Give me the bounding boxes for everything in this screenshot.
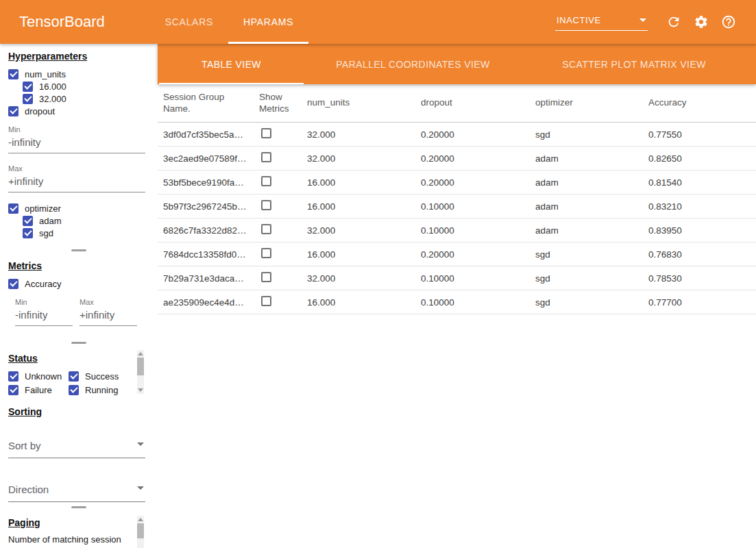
num-units-label: num_units [25, 69, 66, 79]
table-row: 7b29a731e3daca… 32.000 0.10000 sgd 0.785… [158, 266, 756, 290]
dropout-min-input[interactable] [8, 134, 145, 153]
optimizer-checkbox[interactable] [8, 203, 19, 214]
accuracy-max-field: Max [80, 298, 137, 326]
show-metrics-checkbox[interactable] [261, 296, 271, 306]
tab-scatter-plot-matrix-view[interactable]: SCATTER PLOT MATRIX VIEW [521, 44, 747, 84]
session-group-name: 7684dcc13358fd0… [163, 249, 259, 260]
optimizer-sgd-label: sgd [39, 228, 53, 238]
status-success-checkbox[interactable] [69, 371, 79, 382]
show-metrics-checkbox[interactable] [261, 128, 271, 138]
status-heading: Status [8, 353, 149, 364]
optimizer-adam-checkbox[interactable] [23, 216, 33, 226]
hparam-optimizer: optimizer [8, 202, 149, 214]
table-row: 3df0d7cf35bec5a… 32.000 0.20000 sgd 0.77… [158, 123, 756, 147]
accuracy-min-input[interactable] [15, 307, 73, 326]
tab-scalars[interactable]: SCALARS [150, 0, 228, 44]
dropout-max-field: Max [8, 164, 149, 192]
session-group-name: 7b29a731e3daca… [163, 273, 259, 284]
matching-groups-summary: Number of matching session groups: 8 [8, 534, 137, 548]
status-failure: Failure [8, 384, 69, 396]
refresh-button[interactable] [660, 8, 687, 36]
table-row: 7684dcc13358fd0… 16.000 0.20000 sgd 0.76… [158, 242, 756, 266]
chevron-down-icon [639, 18, 646, 22]
sidebar-splitter-handle[interactable] [0, 247, 158, 253]
show-metrics-checkbox[interactable] [261, 200, 271, 210]
num-units-value: 32.000 [307, 129, 421, 140]
sidebar-splitter-handle[interactable] [0, 339, 158, 346]
top-app-bar: TensorBoard SCALARS HPARAMS INACTIVE [0, 0, 756, 44]
show-metrics-checkbox[interactable] [261, 224, 271, 234]
sidebar-splitter-handle[interactable] [0, 503, 158, 510]
hparam-num-units-value-32: 32.000 [23, 92, 149, 105]
direction-select[interactable]: Direction [8, 480, 145, 502]
scroll-down-icon[interactable] [138, 388, 143, 392]
optimizer-value: sgd [535, 249, 648, 260]
data-status-dropdown[interactable]: INACTIVE [555, 14, 648, 31]
show-metrics-checkbox[interactable] [261, 176, 271, 186]
data-status-value: INACTIVE [557, 15, 601, 25]
sort-by-label: Sort by [8, 440, 41, 451]
optimizer-value: sgd [535, 273, 648, 284]
col-header-accuracy: Accuracy [648, 97, 756, 109]
direction-label: Direction [8, 484, 49, 495]
status-unknown-checkbox[interactable] [8, 371, 19, 382]
hparam-optimizer-adam: adam [23, 214, 149, 227]
status-running-checkbox[interactable] [69, 385, 79, 395]
dropout-checkbox[interactable] [8, 106, 19, 116]
accuracy-max-input[interactable] [80, 307, 137, 326]
show-metrics-checkbox[interactable] [261, 152, 271, 162]
optimizer-value: adam [535, 177, 648, 188]
help-button[interactable] [715, 8, 742, 36]
tab-parallel-coordinates-view[interactable]: PARALLEL COORDINATES VIEW [305, 44, 521, 84]
paging-scrollbar[interactable] [137, 516, 144, 548]
optimizer-value: adam [535, 225, 648, 236]
tab-hparams[interactable]: HPARAMS [228, 0, 308, 44]
sort-by-select[interactable]: Sort by [8, 436, 145, 458]
accuracy-checkbox[interactable] [8, 279, 19, 289]
paging-section: Paging Number of matching session groups… [0, 510, 158, 548]
metrics-section: Metrics Accuracy Min Max [0, 253, 158, 339]
num-units-value: 32.000 [307, 153, 421, 164]
status-failure-label: Failure [25, 385, 52, 395]
chevron-down-icon [137, 443, 144, 446]
dropout-max-input[interactable] [8, 173, 145, 192]
num-units-value: 32.000 [307, 225, 421, 236]
scroll-thumb[interactable] [137, 358, 144, 375]
hyperparameters-heading: Hyperparameters [8, 51, 149, 62]
dropout-value: 0.10000 [421, 225, 535, 236]
tab-table-view[interactable]: TABLE VIEW [158, 44, 305, 84]
optimizer-sgd-checkbox[interactable] [23, 228, 33, 238]
status-unknown: Unknown [8, 370, 69, 382]
num-units-value: 16.000 [307, 297, 421, 308]
col-header-optimizer: optimizer [535, 97, 648, 109]
num-units-value: 16.000 [307, 177, 421, 188]
session-group-name: 3df0d7cf35bec5a… [163, 129, 259, 140]
settings-button[interactable] [687, 8, 715, 36]
scroll-up-icon[interactable] [138, 518, 143, 521]
num-units-value: 16.000 [307, 249, 421, 260]
accuracy-max-label: Max [80, 298, 137, 306]
session-group-name: 6826c7fa3322d82… [163, 225, 259, 236]
num-units-32-checkbox[interactable] [23, 94, 33, 104]
show-metrics-checkbox[interactable] [261, 248, 271, 258]
table-row: 3ec2aed9e07589f… 32.000 0.20000 adam 0.8… [158, 147, 756, 171]
dropout-value: 0.10000 [421, 201, 535, 212]
status-scrollbar[interactable] [137, 350, 144, 394]
accuracy-min-field: Min [15, 298, 73, 326]
hparams-sidebar: Hyperparameters num_units 16.000 32.000 … [0, 44, 158, 548]
scroll-thumb[interactable] [137, 523, 144, 538]
table-row: 5b97f3c2967245b… 16.000 0.10000 adam 0.8… [158, 195, 756, 219]
session-group-name: ae235909ec4e4d… [163, 297, 259, 308]
app-title: TensorBoard [19, 13, 105, 31]
optimizer-value: sgd [535, 129, 648, 140]
dropout-min-label: Min [8, 125, 149, 134]
metric-accuracy: Accuracy [8, 277, 149, 290]
num-units-16-checkbox[interactable] [23, 82, 33, 92]
status-options: Unknown Success Failure Running [8, 370, 149, 396]
hparam-optimizer-sgd: sgd [23, 227, 149, 239]
dropout-min-field: Min [8, 125, 149, 153]
status-failure-checkbox[interactable] [8, 385, 19, 395]
num-units-checkbox[interactable] [8, 69, 19, 79]
scroll-up-icon[interactable] [138, 352, 143, 356]
show-metrics-checkbox[interactable] [261, 272, 271, 282]
